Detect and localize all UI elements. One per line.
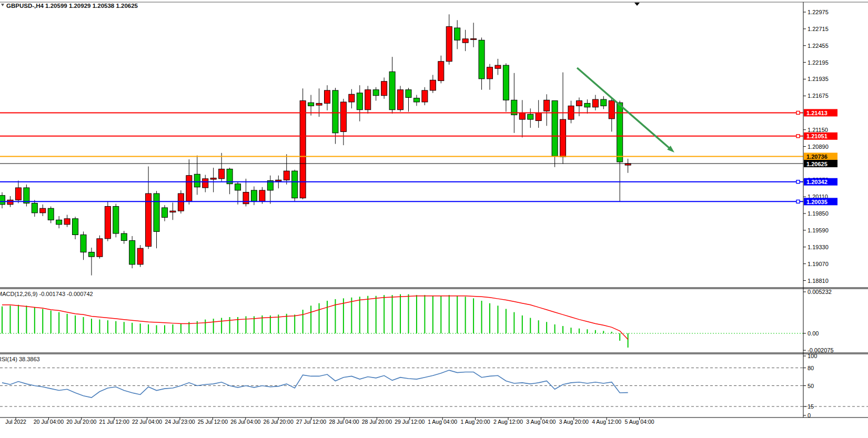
candle: [0, 196, 5, 205]
candle: [121, 233, 127, 240]
candle: [462, 39, 468, 43]
candle: [544, 100, 550, 111]
macd-indicator-label: MACD(12,26,9) -0.001743 -0.000742: [0, 291, 93, 297]
candle: [365, 90, 371, 110]
time-axis-label: 20 Jul 04:00: [34, 419, 64, 425]
price-axis-label: 1.22455: [808, 43, 829, 49]
candle: [552, 101, 558, 156]
price-axis-label: 1.20890: [808, 144, 829, 150]
candle: [292, 171, 298, 198]
candle: [406, 90, 411, 98]
candle: [251, 190, 257, 201]
rsi-axis-label: 80: [808, 365, 814, 371]
candle: [97, 239, 103, 257]
candle: [178, 193, 184, 211]
candle: [284, 171, 289, 180]
candle: [332, 90, 338, 133]
candle: [170, 211, 176, 212]
candle: [24, 188, 29, 203]
price-axis-label: 1.21935: [808, 76, 829, 82]
time-axis-label: 24 Jul 23:00: [165, 419, 195, 425]
candle: [276, 180, 281, 181]
rsi-axis-label: 15: [808, 403, 814, 410]
price-axis-label: 1.22715: [808, 26, 829, 32]
candle: [73, 219, 78, 235]
time-axis-label: 3 Aug 04:00: [526, 419, 556, 425]
time-axis-label: 5 Aug 04:00: [625, 419, 654, 425]
candle: [48, 208, 54, 220]
candle: [536, 113, 541, 121]
candle: [584, 103, 590, 107]
time-axis-label: 25 Jul 12:00: [198, 419, 228, 425]
candle: [413, 98, 419, 102]
candle: [56, 220, 62, 225]
candle: [194, 174, 200, 187]
candle: [80, 235, 86, 252]
candle: [519, 113, 525, 119]
time-axis-label: 29 Jul 12:00: [395, 419, 425, 425]
candle: [235, 184, 241, 190]
candle: [340, 102, 346, 131]
candle: [357, 93, 362, 110]
time-axis-label: 22 Jul 04:00: [132, 419, 162, 425]
time-axis-label: 20 Jul 20:00: [66, 419, 96, 425]
price-axis-label: 1.19850: [808, 210, 829, 217]
price-level-badge-text: 1.20342: [806, 179, 827, 185]
price-level-badge-text: 1.20035: [806, 199, 827, 205]
time-axis-label: 28 Jul 04:00: [329, 419, 359, 425]
candle: [446, 27, 452, 62]
macd-axis-label: 0.00: [808, 330, 819, 337]
candle: [88, 252, 94, 257]
candle: [64, 219, 70, 225]
candle: [576, 101, 582, 106]
rsi-axis-label: 100: [808, 353, 817, 359]
rsi-axis-label: 50: [808, 383, 814, 389]
candle: [560, 119, 566, 157]
price-axis-label: 1.18810: [808, 278, 829, 284]
candle: [398, 90, 403, 110]
macd-axis-label: 0.005232: [808, 289, 832, 295]
rsi-indicator-label: RSI(14) 38.3863: [0, 356, 40, 362]
chart-area[interactable]: 1.229751.227151.224551.221951.219351.216…: [0, 0, 868, 425]
candle: [609, 101, 614, 119]
candle: [15, 188, 21, 200]
candle: [325, 90, 330, 104]
time-axis-label: 21 Jul 12:00: [99, 419, 129, 425]
candle: [137, 248, 143, 264]
candle: [601, 99, 607, 106]
candle: [203, 179, 208, 188]
candle: [7, 200, 13, 205]
time-axis-label: Jul 2022: [5, 419, 26, 425]
candle: [617, 103, 623, 162]
candle: [113, 207, 119, 233]
time-axis-label: 27 Jul 12:00: [296, 419, 326, 425]
price-axis-label: 1.22195: [808, 59, 829, 66]
candle: [381, 82, 387, 96]
time-axis-label: 26 Jul 04:00: [230, 419, 260, 425]
candle: [389, 72, 395, 109]
candle: [105, 207, 110, 239]
candle: [154, 193, 159, 231]
candle: [455, 28, 460, 40]
rsi-axis-label: 0: [808, 412, 811, 419]
price-level-badge-text: 1.21051: [806, 133, 827, 139]
candle: [430, 80, 436, 90]
symbol-ohlc-title: GBPUSD-,H4 1.20599 1.20929 1.20538 1.206…: [6, 3, 138, 9]
candle: [259, 190, 265, 201]
candle: [438, 62, 444, 81]
time-axis-label: 1 Aug 20:00: [461, 419, 490, 425]
price-axis-label: 1.19590: [808, 227, 829, 233]
price-level-badge-text: 1.20736: [806, 154, 827, 160]
price-axis-label: 1.19330: [808, 244, 829, 250]
candle: [503, 65, 509, 100]
candle: [422, 90, 428, 102]
candle: [210, 178, 216, 179]
time-axis-label: 28 Jul 20:00: [362, 419, 392, 425]
time-axis-label: 3 Aug 20:00: [559, 419, 589, 425]
candle: [308, 103, 314, 106]
time-axis-label: 26 Jul 20:00: [264, 419, 294, 425]
price-level-badge-text: 1.20625: [806, 161, 827, 167]
candle: [471, 39, 477, 40]
candle: [129, 241, 135, 264]
time-axis-label: 1 Aug 04:00: [428, 419, 457, 425]
